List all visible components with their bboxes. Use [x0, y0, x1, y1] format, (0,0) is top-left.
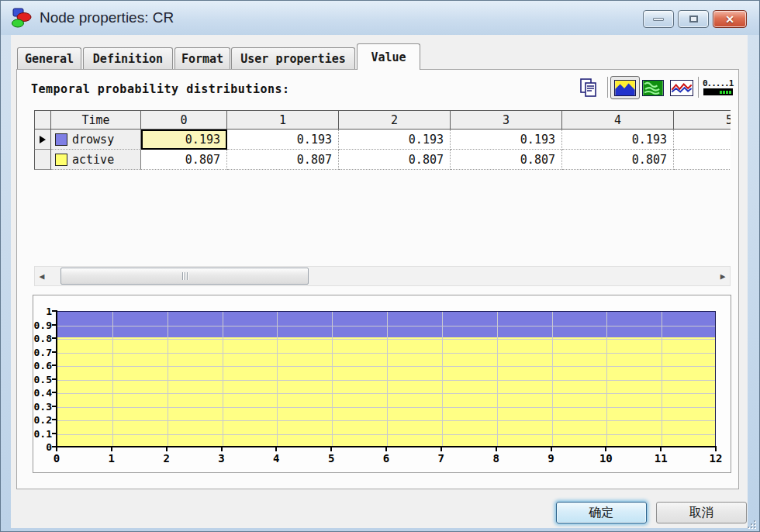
v-gridline [387, 312, 388, 446]
state-cell-active[interactable]: active [51, 150, 141, 170]
table-horizontal-scrollbar[interactable]: ◀ ▶ [34, 266, 731, 286]
x-tick-label: 3 [206, 452, 237, 465]
x-tick [56, 447, 57, 451]
time-column-header: Time [51, 110, 141, 130]
title-bar[interactable]: Node properties: CR ✕ [1, 1, 759, 35]
y-tick [52, 310, 56, 312]
tab-definition[interactable]: Definition [83, 47, 173, 69]
period-header-2: 2 [339, 110, 451, 130]
h-gridline [57, 326, 715, 326]
v-gridline [442, 312, 443, 446]
line-chart-view-button[interactable] [670, 76, 693, 99]
toolbar-separator [698, 77, 699, 98]
close-button[interactable]: ✕ [713, 10, 747, 28]
x-tick-label: 8 [481, 452, 512, 465]
period-header-0: 0 [141, 110, 227, 130]
value-cell-active-t4[interactable]: 0.807 [562, 150, 674, 170]
y-tick [52, 324, 56, 326]
period-header-5: 5 [674, 110, 731, 130]
dialog-window: Node properties: CR ✕ GeneralDefinitionF… [0, 0, 760, 532]
x-tick-label: 10 [590, 452, 621, 465]
v-gridline [223, 312, 223, 446]
x-tick-label: 2 [151, 452, 182, 465]
h-gridline [57, 407, 715, 408]
scroll-right-button[interactable]: ▶ [716, 267, 730, 285]
row-indicator [34, 150, 51, 170]
area-chart-view-button[interactable] [610, 76, 640, 99]
x-tick-label: 1 [96, 452, 127, 465]
value-cell-drowsy-t3[interactable]: 0.193 [451, 130, 562, 150]
contour-chart-icon [642, 80, 664, 96]
value-cell-drowsy-t0[interactable]: 0.193 [141, 130, 227, 150]
v-gridline [112, 312, 113, 446]
x-tick [440, 447, 442, 451]
state-name: drowsy [72, 133, 114, 147]
minimize-button[interactable] [643, 10, 674, 28]
v-gridline [332, 312, 333, 446]
minimize-icon [653, 18, 664, 21]
y-tick [52, 419, 56, 420]
value-cell-drowsy-t1[interactable]: 0.193 [227, 130, 339, 150]
x-tick [496, 447, 497, 451]
state-cell-drowsy[interactable]: drowsy [51, 130, 141, 150]
h-gridline [57, 393, 715, 394]
scrollbar-thumb[interactable] [60, 268, 309, 285]
y-tick-label: 0.2 [31, 415, 52, 425]
x-tick [111, 447, 112, 451]
y-tick [52, 337, 56, 339]
value-cell-active-t3[interactable]: 0.807 [451, 150, 562, 170]
scroll-left-button[interactable]: ◀ [35, 267, 49, 285]
x-tick-label: 7 [426, 452, 457, 465]
probability-table[interactable]: Time012345drowsy0.1930.1930.1930.1930.19… [34, 110, 731, 170]
probability-scale-icon [703, 88, 733, 95]
dialog-client-area: GeneralDefinitionFormatUser propertiesVa… [11, 35, 748, 528]
tab-general[interactable]: General [17, 47, 81, 69]
toolbar-separator [607, 77, 608, 98]
maximize-button[interactable] [678, 10, 709, 28]
close-icon: ✕ [725, 13, 734, 26]
copy-button[interactable] [575, 76, 602, 99]
probability-scale-button[interactable]: 0.....1 [703, 76, 733, 99]
x-tick-label: 4 [261, 452, 292, 465]
value-cell-clipped[interactable] [674, 150, 731, 170]
y-tick-label: 0.8 [31, 333, 52, 344]
h-gridline [57, 339, 715, 340]
v-gridline [552, 312, 553, 446]
x-tick [330, 447, 332, 451]
table-row: drowsy0.1930.1930.1930.1930.193 [34, 130, 731, 150]
y-tick-label: 0 [31, 442, 52, 452]
resize-grip[interactable] [746, 519, 755, 528]
tab-user-properties[interactable]: User properties [231, 47, 355, 69]
value-cell-active-t2[interactable]: 0.807 [339, 150, 451, 170]
x-tick [385, 447, 387, 451]
value-cell-clipped[interactable] [674, 130, 731, 150]
y-axis [56, 310, 57, 447]
tab-value[interactable]: Value [357, 43, 420, 70]
value-cell-drowsy-t2[interactable]: 0.193 [339, 130, 451, 150]
value-cell-active-t1[interactable]: 0.807 [227, 150, 339, 170]
state-name: active [72, 153, 114, 167]
y-tick [52, 378, 56, 380]
x-tick-label: 9 [536, 452, 567, 465]
stacked-area-plot [57, 311, 716, 447]
y-tick-label: 0.4 [31, 388, 52, 398]
x-tick [221, 447, 223, 451]
y-tick [52, 351, 56, 353]
line-chart-icon [670, 80, 693, 96]
window-title: Node properties: CR [40, 9, 174, 26]
x-tick-label: 12 [700, 452, 731, 465]
x-tick-label: 11 [645, 452, 676, 465]
value-cell-active-t0[interactable]: 0.807 [141, 150, 227, 170]
v-gridline [168, 312, 168, 446]
probability-scale-label: 0.....1 [703, 80, 733, 88]
tab-format[interactable]: Format [174, 47, 230, 69]
maximize-icon [689, 16, 698, 22]
value-cell-drowsy-t4[interactable]: 0.193 [562, 130, 674, 150]
y-tick [52, 392, 56, 393]
cancel-button[interactable]: 取消 [656, 502, 747, 523]
h-gridline [57, 380, 715, 381]
contour-chart-view-button[interactable] [642, 76, 664, 99]
y-tick-label: 0.9 [31, 320, 52, 330]
ok-button[interactable]: 确定 [556, 502, 647, 523]
y-tick-label: 0.1 [31, 429, 52, 439]
